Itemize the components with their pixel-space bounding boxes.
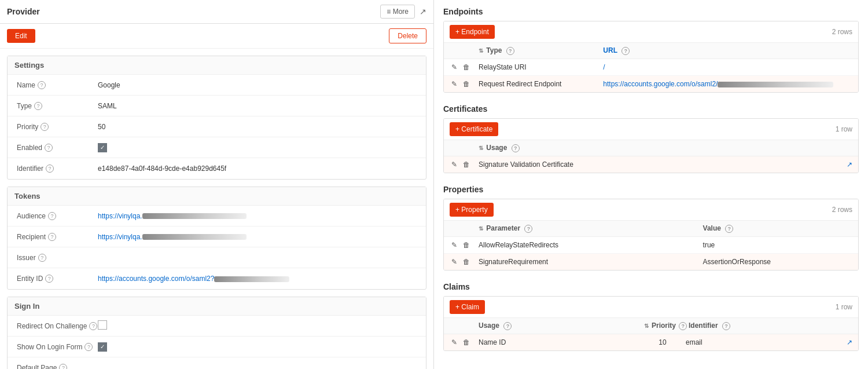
name-field-row: Name ? Google xyxy=(8,75,426,96)
delete-button[interactable]: Delete xyxy=(389,28,426,43)
claim-1-identifier: email xyxy=(686,338,847,346)
identifier-value: e148de87-4a0f-484d-9cde-e4ab929d645f xyxy=(98,165,417,173)
properties-toolbar: + Property 2 rows xyxy=(444,199,858,221)
more-button[interactable]: ≡ More xyxy=(380,5,415,19)
delete-endpoint-2-button[interactable]: 🗑 xyxy=(461,79,472,89)
default-page-label: Default Page ? xyxy=(17,364,98,370)
property-row-2: ✎ 🗑 SignatureRequirement AssertionOrResp… xyxy=(444,254,858,270)
recipient-help-icon[interactable]: ? xyxy=(48,233,56,241)
settings-title: Settings xyxy=(8,56,426,75)
entityid-help-icon[interactable]: ? xyxy=(45,275,53,283)
claim-row-1: ✎ 🗑 Name ID 10 email ↗ xyxy=(444,334,858,350)
delete-claim-1-button[interactable]: 🗑 xyxy=(461,338,472,347)
header-actions: ≡ More ↗ xyxy=(380,5,426,19)
claims-usage-col-help-icon[interactable]: ? xyxy=(503,322,512,330)
add-claim-button[interactable]: + Claim xyxy=(450,300,485,314)
add-endpoint-button[interactable]: + Endpoint xyxy=(450,25,495,39)
certificate-external-link-icon[interactable]: ↗ xyxy=(847,160,852,169)
show-login-form-help-icon[interactable]: ? xyxy=(84,343,93,351)
signin-title: Sign In xyxy=(8,297,426,316)
param-col-help-icon[interactable]: ? xyxy=(524,225,532,233)
properties-table-header: ⇅ Parameter ? Value ? xyxy=(444,221,858,237)
certificates-row-count: 1 row xyxy=(836,125,852,133)
properties-title: Properties xyxy=(443,185,859,194)
enabled-help-icon[interactable]: ? xyxy=(45,144,53,152)
property-row-1: ✎ 🗑 AllowRelayStateRedirects true xyxy=(444,237,858,254)
type-value: SAML xyxy=(98,102,417,110)
claims-priority-header: ⇅ Priority ? xyxy=(642,321,689,330)
priority-label: Priority ? xyxy=(17,123,98,131)
value-col-help-icon[interactable]: ? xyxy=(725,225,733,233)
redirect-challenge-help-icon[interactable]: ? xyxy=(89,322,97,330)
claims-title: Claims xyxy=(443,282,859,291)
certificates-section: Certificates + Certificate 1 row ⇅ Usage… xyxy=(443,104,859,173)
external-link-button[interactable]: ↗ xyxy=(420,7,426,16)
property-2-param: SignatureRequirement xyxy=(479,258,703,266)
enabled-field-row: Enabled ? xyxy=(8,137,426,158)
edit-property-2-button[interactable]: ✎ xyxy=(450,257,459,266)
show-login-form-label: Show On Login Form ? xyxy=(17,343,98,351)
entityid-value: https://accounts.google.com/o/saml2? xyxy=(98,275,417,283)
redirect-challenge-label: Redirect On Challenge ? xyxy=(17,322,98,330)
signin-section: Sign In Redirect On Challenge ? Show On … xyxy=(7,297,426,369)
endpoints-toolbar: + Endpoint 2 rows xyxy=(444,21,858,43)
redirect-challenge-value xyxy=(98,320,417,331)
claim-1-usage: Name ID xyxy=(479,338,639,346)
claims-priority-col-help-icon[interactable]: ? xyxy=(679,322,687,330)
claims-identifier-header: Identifier ? xyxy=(689,321,852,330)
show-login-form-checkbox[interactable] xyxy=(98,342,107,352)
delete-property-1-button[interactable]: 🗑 xyxy=(461,240,472,250)
claims-identifier-col-help-icon[interactable]: ? xyxy=(722,322,730,330)
tokens-title: Tokens xyxy=(8,187,426,206)
name-help-icon[interactable]: ? xyxy=(38,81,46,89)
claims-toolbar: + Claim 1 row xyxy=(444,297,858,318)
enabled-checkbox[interactable] xyxy=(98,143,107,152)
priority-help-icon[interactable]: ? xyxy=(41,123,49,131)
issuer-field-row: Issuer ? xyxy=(8,247,426,268)
issuer-help-icon[interactable]: ? xyxy=(38,254,46,262)
delete-property-2-button[interactable]: 🗑 xyxy=(461,257,472,266)
priority-value: 50 xyxy=(98,123,417,131)
edit-property-1-button[interactable]: ✎ xyxy=(450,240,459,250)
claims-usage-header: Usage ? xyxy=(479,321,642,330)
type-field-row: Type ? SAML xyxy=(8,96,426,116)
endpoint-2-url-blurred xyxy=(718,82,833,87)
identifier-label: Identifier ? xyxy=(17,165,98,173)
default-page-help-icon[interactable]: ? xyxy=(59,364,67,370)
add-certificate-button[interactable]: + Certificate xyxy=(450,122,498,136)
sort-icon: ⇅ xyxy=(479,145,483,151)
edit-button[interactable]: Edit xyxy=(7,29,35,43)
settings-section: Settings Name ? Google Type ? SAML xyxy=(7,56,426,180)
redirect-challenge-checkbox[interactable] xyxy=(98,320,107,330)
sort-icon: ⇅ xyxy=(644,323,649,329)
property-2-value: AssertionOrResponse xyxy=(703,258,852,266)
endpoint-row-1: ✎ 🗑 RelayState URI / xyxy=(444,59,858,76)
claims-row-count: 1 row xyxy=(836,303,852,311)
entityid-label: Entity ID ? xyxy=(17,275,98,283)
name-label: Name ? xyxy=(17,81,98,89)
url-col-help-icon[interactable]: ? xyxy=(621,47,630,55)
left-panel-header: Provider ≡ More ↗ xyxy=(0,0,433,24)
delete-certificate-1-button[interactable]: 🗑 xyxy=(461,160,472,169)
edit-certificate-1-button[interactable]: ✎ xyxy=(450,160,459,169)
add-property-button[interactable]: + Property xyxy=(450,203,494,217)
panel-content: Settings Name ? Google Type ? SAML xyxy=(0,49,433,369)
edit-claim-1-button[interactable]: ✎ xyxy=(450,338,459,347)
endpoint-1-type: RelayState URI xyxy=(479,63,603,71)
endpoints-url-header: URL ? xyxy=(603,46,852,55)
audience-help-icon[interactable]: ? xyxy=(48,212,56,220)
claims-section: Claims + Claim 1 row Usage ? ⇅ Priority … xyxy=(443,282,859,351)
redirect-challenge-field-row: Redirect On Challenge ? xyxy=(8,316,426,337)
certificates-table-header: ⇅ Usage ? xyxy=(444,140,858,156)
type-help-icon[interactable]: ? xyxy=(34,102,42,110)
delete-endpoint-1-button[interactable]: 🗑 xyxy=(461,63,472,72)
certificates-usage-header: ⇅ Usage ? xyxy=(479,144,852,152)
identifier-help-icon[interactable]: ? xyxy=(46,165,54,173)
endpoint-1-url: / xyxy=(603,63,852,71)
claim-external-link-icon[interactable]: ↗ xyxy=(847,338,852,346)
edit-endpoint-2-button[interactable]: ✎ xyxy=(450,79,459,89)
properties-section: Properties + Property 2 rows ⇅ Parameter… xyxy=(443,185,859,271)
edit-endpoint-1-button[interactable]: ✎ xyxy=(450,63,459,72)
type-col-help-icon[interactable]: ? xyxy=(506,47,514,55)
usage-col-help-icon[interactable]: ? xyxy=(512,144,520,152)
